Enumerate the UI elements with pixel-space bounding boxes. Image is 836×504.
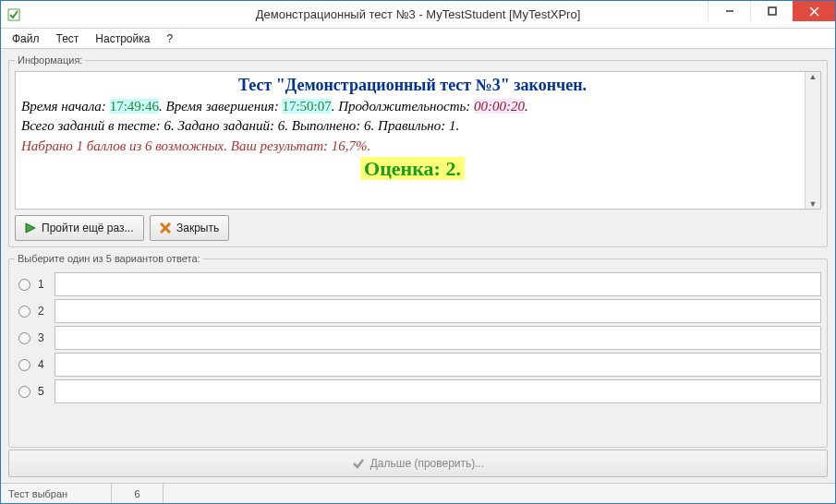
answers-legend: Выберите один из 5 вариантов ответа:	[15, 253, 203, 264]
answer-radio-1[interactable]	[18, 279, 30, 291]
menu-settings[interactable]: Настройка	[88, 30, 157, 47]
time-start-value: 17:49:46	[110, 99, 159, 114]
svg-marker-5	[26, 223, 35, 233]
info-buttons: Пройти ещё раз... Закрыть	[15, 215, 821, 241]
tasks-line: Всего заданий в тесте: 6. Задано заданий…	[21, 116, 804, 135]
grade-value: Оценка: 2.	[360, 157, 465, 180]
answer-num-3: 3	[38, 331, 47, 344]
answer-row-5: 5	[15, 379, 821, 403]
menu-bar: Файл Тест Настройка ?	[1, 29, 835, 49]
answer-row-3: 3	[15, 326, 821, 350]
info-box: Тест "Демонстрационный тест №3" закончен…	[15, 71, 821, 210]
close-label: Закрыть	[176, 222, 219, 234]
answer-box-1[interactable]	[55, 272, 821, 296]
minimize-button[interactable]	[708, 1, 750, 21]
info-legend: Информация:	[15, 54, 85, 66]
retry-button[interactable]: Пройти ещё раз...	[15, 215, 144, 241]
close-button[interactable]: Закрыть	[150, 215, 229, 241]
answer-row-1: 1	[15, 272, 821, 296]
svg-rect-2	[769, 7, 776, 15]
check-icon	[352, 457, 365, 470]
retry-label: Пройти ещё раз...	[42, 222, 133, 234]
next-label: Дальше (проверить)...	[370, 457, 485, 470]
score-dot: .	[367, 138, 370, 153]
answer-num-1: 1	[38, 278, 47, 291]
play-icon	[25, 222, 36, 234]
answer-radio-2[interactable]	[18, 306, 30, 318]
menu-test[interactable]: Тест	[49, 30, 87, 47]
score-percent: 16,7%	[332, 138, 368, 153]
answer-box-5[interactable]	[55, 379, 821, 403]
scroll-down-icon[interactable]: ▼	[809, 199, 818, 209]
answer-box-3[interactable]	[55, 326, 821, 350]
duration-label: . Продолжительность:	[332, 99, 474, 114]
title-bar: Демонстрационный тест №3 - MyTestStudent…	[1, 1, 835, 29]
answer-radio-3[interactable]	[18, 332, 30, 344]
duration-value: 00:00:20	[474, 99, 525, 114]
time-line-dot: .	[525, 99, 528, 114]
close-window-button[interactable]	[793, 1, 835, 21]
status-selected: Тест выбран	[1, 484, 112, 503]
close-icon	[160, 222, 171, 234]
content-area: Информация: Тест "Демонстрационный тест …	[1, 49, 835, 448]
answer-num-2: 2	[38, 305, 47, 318]
answer-num-5: 5	[38, 385, 47, 398]
time-end-value: 17:50:07	[282, 99, 331, 114]
time-start-label: Время начала:	[21, 99, 110, 114]
answer-radio-4[interactable]	[18, 359, 30, 371]
next-button[interactable]: Дальше (проверить)...	[8, 450, 828, 477]
menu-help[interactable]: ?	[159, 30, 180, 47]
answers-group: Выберите один из 5 вариантов ответа: 1 2…	[8, 253, 828, 448]
score-line: Набрано 1 баллов из 6 возможных. Ваш рез…	[21, 137, 804, 155]
time-line: Время начала: 17:49:46. Время завершения…	[21, 97, 804, 115]
time-end-label: . Время завершения:	[159, 99, 282, 114]
answer-num-4: 4	[38, 358, 47, 371]
grade-line: Оценка: 2.	[21, 157, 804, 181]
answer-row-2: 2	[15, 299, 821, 323]
score-text: Набрано 1 баллов из 6 возможных. Ваш рез…	[21, 138, 332, 153]
menu-file[interactable]: Файл	[5, 30, 47, 47]
answer-row-4: 4	[15, 353, 821, 377]
answer-box-4[interactable]	[55, 353, 821, 377]
scroll-up-icon[interactable]: ▲	[809, 72, 818, 81]
test-finished-heading: Тест "Демонстрационный тест №3" закончен…	[21, 76, 804, 95]
app-window: Демонстрационный тест №3 - MyTestStudent…	[0, 0, 836, 504]
answer-box-2[interactable]	[55, 299, 821, 323]
status-bar: Тест выбран 6	[1, 483, 835, 503]
window-controls	[708, 1, 835, 21]
info-scrollbar[interactable]: ▲ ▼	[805, 72, 820, 209]
status-count: 6	[112, 484, 164, 503]
info-group: Информация: Тест "Демонстрационный тест …	[8, 54, 828, 247]
maximize-button[interactable]	[750, 1, 793, 21]
app-icon	[6, 7, 21, 22]
answer-radio-5[interactable]	[18, 386, 30, 398]
